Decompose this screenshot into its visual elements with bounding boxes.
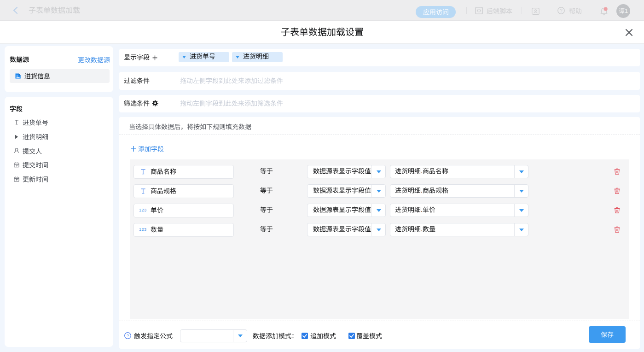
svg-text:?: ? xyxy=(127,333,129,338)
svg-text:?: ? xyxy=(560,8,563,13)
